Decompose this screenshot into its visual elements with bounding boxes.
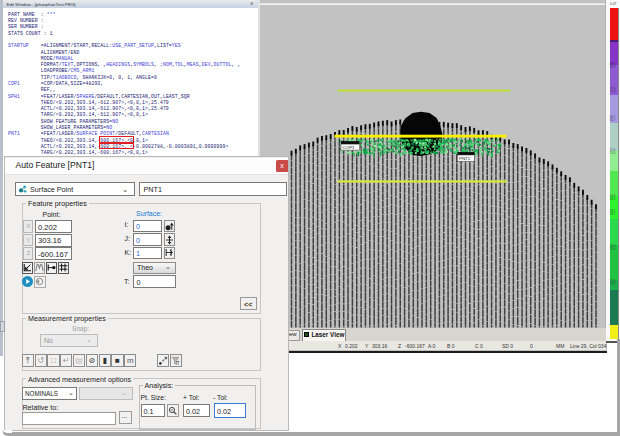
svg-text:T: T — [177, 360, 180, 366]
svg-text:PNT1: PNT1 — [459, 156, 471, 161]
svg-text:COP1: COP1 — [343, 145, 356, 150]
